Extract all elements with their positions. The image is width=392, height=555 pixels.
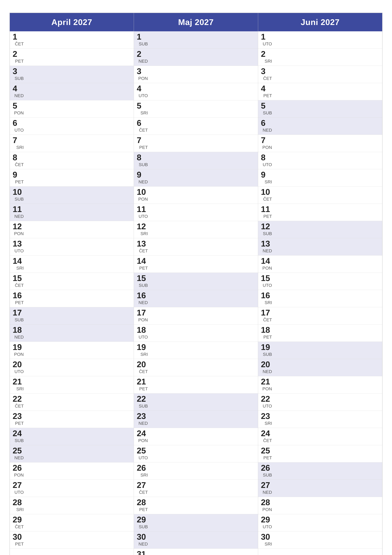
day-row: 27ČET: [134, 480, 258, 497]
day-number: 26: [261, 464, 272, 472]
day-row: 16SRI: [258, 290, 382, 307]
day-row: 11NED: [10, 204, 134, 221]
day-row: 10ČET: [258, 187, 382, 204]
day-name: ČET: [14, 283, 24, 289]
day-name: UTO: [138, 214, 148, 219]
day-row: 30NED: [134, 531, 258, 549]
day-name: UTO: [262, 162, 272, 168]
day-row: 28PON: [258, 497, 382, 514]
day-number: 24: [13, 429, 24, 438]
day-row: 11PET: [258, 204, 382, 221]
day-row: 18UTO: [134, 324, 258, 342]
day-row: 13ČET: [134, 238, 258, 256]
day-name: SUB: [138, 162, 148, 168]
day-name: ČET: [263, 317, 272, 323]
day-row: 26SRI: [134, 462, 258, 480]
day-name: PET: [139, 386, 148, 392]
day-row: 9PET: [10, 169, 134, 187]
day-number: 5: [137, 102, 148, 110]
day-row: 15SUB: [134, 273, 258, 290]
day-row: 13UTO: [10, 238, 134, 256]
month-padding: [10, 549, 134, 555]
day-number: 14: [261, 257, 272, 265]
day-number: 10: [137, 188, 148, 196]
day-name: PET: [263, 93, 272, 99]
day-number: 25: [261, 446, 272, 455]
day-number: 4: [13, 84, 24, 93]
day-number: 4: [261, 84, 272, 93]
day-number: 12: [137, 222, 148, 231]
day-row: 6NED: [258, 117, 382, 135]
day-number: 28: [13, 498, 24, 506]
day-number: 13: [13, 240, 24, 248]
day-name: UTO: [138, 455, 148, 461]
day-name: PET: [139, 266, 148, 271]
day-row: 12SUB: [258, 221, 382, 238]
day-name: UTO: [14, 369, 24, 375]
day-name: PET: [15, 541, 24, 547]
day-number: 20: [261, 360, 272, 368]
month-padding: [258, 549, 382, 555]
day-number: 13: [137, 240, 148, 248]
day-row: 3ČET: [258, 66, 382, 83]
day-number: 18: [137, 326, 148, 334]
day-name: UTO: [262, 41, 272, 47]
day-name: SUB: [263, 473, 272, 478]
day-name: SRI: [16, 266, 24, 271]
day-number: 14: [137, 257, 148, 265]
month-column-0: April 20271ČET2PET3SUB4NED5PON6UTO7SRI8Č…: [10, 13, 134, 555]
day-number: 16: [13, 291, 24, 299]
day-name: PET: [139, 507, 148, 513]
day-number: 7: [137, 136, 148, 144]
day-row: 6UTO: [10, 117, 134, 135]
day-row: 18PET: [258, 324, 382, 342]
day-row: 4NED: [10, 83, 134, 100]
day-number: 6: [13, 119, 24, 127]
day-name: PON: [262, 266, 272, 271]
day-number: 24: [137, 429, 148, 438]
month-header-2: Juni 2027: [258, 13, 382, 31]
day-name: PON: [14, 352, 24, 358]
day-row: 20UTO: [10, 359, 134, 376]
day-number: 15: [261, 274, 272, 282]
day-row: 19SRI: [134, 342, 258, 359]
month-header-0: April 2027: [10, 13, 134, 31]
day-name: PET: [15, 179, 24, 185]
day-name: SRI: [264, 59, 272, 64]
day-name: NED: [14, 214, 24, 219]
day-row: 24SUB: [10, 428, 134, 445]
day-row: 1SUB: [134, 31, 258, 49]
day-number: 5: [13, 102, 24, 110]
day-row: 15UTO: [258, 273, 382, 290]
day-name: PET: [139, 145, 148, 151]
day-row: 15ČET: [10, 273, 134, 290]
day-row: 19PON: [10, 342, 134, 359]
day-name: NED: [138, 421, 148, 427]
day-name: SRI: [264, 179, 272, 185]
day-number: 17: [137, 308, 148, 317]
day-number: 3: [261, 67, 272, 75]
day-row: 26SUB: [258, 462, 382, 480]
day-name: SRI: [264, 300, 272, 306]
day-number: 29: [13, 515, 24, 524]
day-name: NED: [138, 541, 148, 547]
day-number: 7: [13, 136, 24, 144]
day-number: 9: [13, 171, 24, 179]
day-name: NED: [138, 59, 148, 64]
day-number: 19: [13, 343, 24, 351]
day-row: 31PON: [134, 549, 258, 555]
day-row: 4PET: [258, 83, 382, 100]
day-row: 3PON: [134, 66, 258, 83]
day-number: 15: [13, 274, 24, 282]
day-name: PON: [14, 110, 24, 116]
day-name: SUB: [14, 438, 24, 444]
day-number: 29: [137, 515, 148, 524]
day-row: 6ČET: [134, 117, 258, 135]
day-number: 8: [13, 153, 24, 161]
day-number: 26: [13, 464, 24, 472]
day-name: ČET: [263, 438, 272, 444]
day-number: 20: [13, 360, 24, 368]
day-name: SRI: [140, 473, 148, 478]
day-row: 21SRI: [10, 376, 134, 394]
day-row: 29SUB: [134, 514, 258, 531]
